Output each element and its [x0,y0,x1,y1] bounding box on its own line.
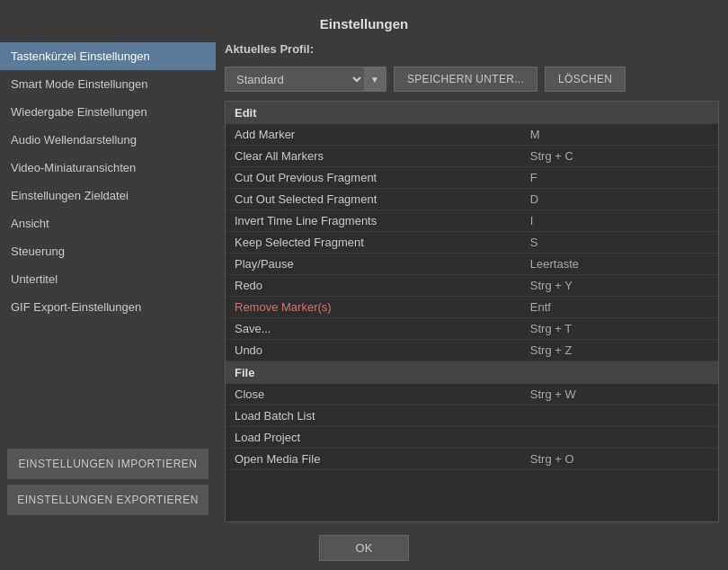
dropdown-arrow-icon[interactable]: ▼ [364,67,386,92]
shortcut-row[interactable]: Clear All MarkersStrg + C [226,146,718,167]
sidebar-item-target-file[interactable]: Einstellungen Zieldatei [0,182,216,209]
shortcut-row[interactable]: Keep Selected FragmentS [226,232,718,254]
profile-select[interactable]: Standard [226,70,364,89]
shortcut-row[interactable]: Invert Time Line FragmentsI [226,210,718,232]
delete-button[interactable]: LÖSCHEN [545,67,626,92]
sidebar-item-gif-export[interactable]: GIF Export-Einstellungen [0,293,216,321]
sidebar-item-subtitle[interactable]: Untertitel [0,265,216,293]
profile-row: Aktuelles Profil: Standard ▼ SPEICHERN U… [225,42,719,92]
shortcut-row[interactable]: Play/PauseLeertaste [226,254,718,275]
shortcuts-table: EditAdd MarkerMClear All MarkersStrg + C… [226,102,718,470]
shortcut-row[interactable]: Save...Strg + T [226,318,718,340]
shortcut-row[interactable]: Cut Out Selected FragmentD [226,189,718,210]
save-under-button[interactable]: SPEICHERN UNTER... [394,67,537,92]
shortcuts-table-wrap[interactable]: EditAdd MarkerMClear All MarkersStrg + C… [225,101,719,522]
shortcut-row[interactable]: Add MarkerM [226,124,718,146]
shortcut-row[interactable]: Remove Marker(s)Entf [226,297,718,318]
section-header-file: File [226,361,718,385]
settings-dialog: Einstellungen Tastenkürzel Einstellungen… [0,0,728,570]
ok-button[interactable]: OK [319,535,410,561]
sidebar: Tastenkürzel EinstellungenSmart Mode Ein… [0,42,216,522]
sidebar-item-playback[interactable]: Wiedergabe Einstellungen [0,98,216,126]
sidebar-bottom: EINSTELLUNGEN IMPORTIEREN EINSTELLUNGEN … [0,441,216,522]
sidebar-item-keyboard[interactable]: Tastenkürzel Einstellungen [0,42,216,70]
sidebar-item-audio-wave[interactable]: Audio Wellendarstellung [0,126,216,154]
sidebar-item-video-thumb[interactable]: Video-Miniaturansichten [0,154,216,182]
section-header-edit: Edit [226,102,718,124]
export-settings-button[interactable]: EINSTELLUNGEN EXPORTIEREN [7,485,209,515]
shortcut-row[interactable]: CloseStrg + W [226,384,718,405]
shortcut-row[interactable]: Load Project [226,427,718,449]
dialog-body: Tastenkürzel EinstellungenSmart Mode Ein… [0,42,728,522]
sidebar-item-smart-mode[interactable]: Smart Mode Einstellungen [0,70,216,98]
sidebar-item-control[interactable]: Steuerung [0,237,216,265]
dialog-footer: OK [0,522,728,570]
dialog-title: Einstellungen [0,0,728,42]
shortcut-row[interactable]: Open Media FileStrg + O [226,449,718,470]
shortcut-row[interactable]: RedoStrg + Y [226,275,718,297]
shortcut-row[interactable]: UndoStrg + Z [226,340,718,361]
profile-label: Aktuelles Profil: [225,42,314,56]
shortcut-row[interactable]: Cut Out Previous FragmentF [226,167,718,189]
sidebar-item-view[interactable]: Ansicht [0,209,216,237]
import-settings-button[interactable]: EINSTELLUNGEN IMPORTIEREN [7,449,209,479]
shortcut-row[interactable]: Load Batch List [226,405,718,427]
profile-select-wrap[interactable]: Standard ▼ [225,67,386,92]
main-content: Aktuelles Profil: Standard ▼ SPEICHERN U… [216,42,728,522]
